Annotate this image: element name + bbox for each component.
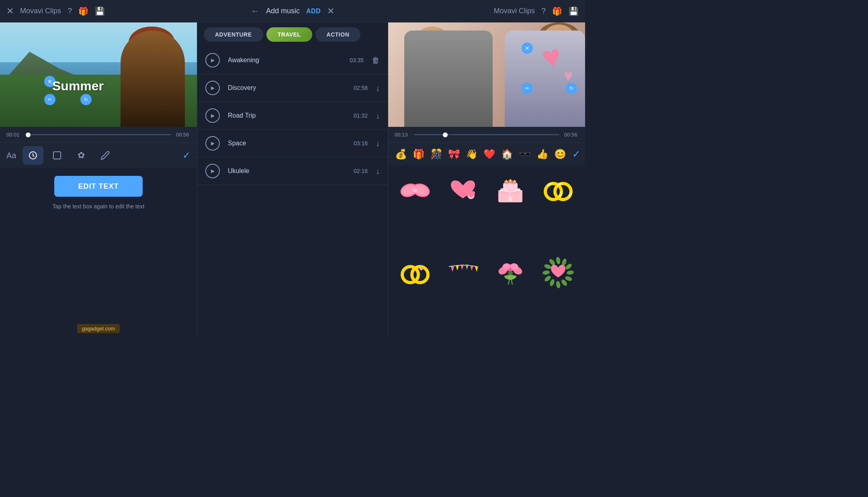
svg-marker-26	[456, 265, 459, 271]
tab-action[interactable]: ACTION	[315, 27, 361, 42]
tab-travel[interactable]: TRAVEL	[266, 27, 312, 42]
music-item[interactable]: ▶ Awakening 03:35 🗑	[197, 47, 388, 74]
track-duration-ukulele: 02:16	[354, 168, 368, 174]
sticker-heart-wreath[interactable]	[536, 253, 581, 293]
svg-rect-1	[53, 152, 61, 159]
play-button-roadtrip[interactable]: ▶	[205, 108, 220, 123]
timeline-bar-left: 00:01 00:56	[0, 127, 197, 143]
tab-adventure[interactable]: ADVENTURE	[204, 27, 263, 42]
track-duration-awakening: 03:35	[350, 57, 364, 63]
gift-icon-right[interactable]: 🎁	[552, 6, 562, 16]
sticker-cake[interactable]	[488, 170, 533, 210]
pencil-tool-btn[interactable]	[95, 146, 116, 165]
text-edit-handle[interactable]: ✏	[44, 94, 55, 105]
sticker-progress-dot[interactable]	[443, 132, 448, 137]
sticker-close-handle[interactable]: ✕	[522, 43, 533, 54]
svg-point-7	[413, 188, 418, 192]
save-icon-right[interactable]: 💾	[569, 6, 579, 16]
couple-scene: ♥ ♥	[388, 22, 585, 127]
back-button[interactable]: ←	[251, 6, 260, 16]
emoji-thumbs-up[interactable]: 👍	[534, 146, 551, 162]
progress-dot-left[interactable]	[26, 132, 31, 137]
play-button-space[interactable]: ▶	[205, 136, 220, 151]
music-item[interactable]: ▶ Road Trip 01:32 ↓	[197, 102, 388, 130]
svg-point-39	[555, 257, 561, 264]
play-button-discovery[interactable]: ▶	[205, 81, 220, 95]
close-button-center[interactable]: ✕	[327, 6, 334, 16]
text-overlay[interactable]: Summer	[52, 79, 104, 94]
sticker-rings-pink[interactable]	[393, 253, 438, 293]
color-tool-btn[interactable]: ✿	[71, 146, 92, 165]
emoji-heart[interactable]: ❤️	[481, 146, 497, 162]
track-name-roadtrip: Road Trip	[228, 112, 354, 119]
sticker-emoji-bar: 💰 🎁 🎊 🎀 👋 ❤️ 🏠 🕶️ 👍 😊 ✓	[388, 143, 585, 165]
download-icon-discovery[interactable]: ↓	[376, 84, 380, 93]
sticker-resize-handle[interactable]: ↻	[566, 83, 577, 94]
delete-icon-awakening[interactable]: 🗑	[372, 56, 380, 65]
emoji-sunglasses[interactable]: 🕶️	[517, 146, 533, 162]
download-icon-ukulele[interactable]: ↓	[376, 167, 380, 176]
edit-text-button[interactable]: EDIT TEXT	[54, 176, 143, 197]
svg-marker-28	[465, 265, 469, 270]
nav-center: ← Add music ADD ✕	[143, 6, 442, 16]
emoji-house[interactable]: 🏠	[499, 146, 515, 162]
sticker-check[interactable]: ✓	[572, 149, 580, 160]
frame-tool-btn[interactable]	[47, 146, 68, 165]
emoji-party[interactable]: 🎊	[428, 146, 444, 162]
sticker-bow[interactable]	[393, 170, 438, 210]
track-name-awakening: Awakening	[228, 57, 350, 64]
play-button-awakening[interactable]: ▶	[205, 53, 220, 67]
nav-right: Movavi Clips ? 🎁 💾	[442, 6, 579, 16]
emoji-money[interactable]: 💰	[393, 146, 409, 162]
svg-point-41	[565, 263, 573, 270]
music-item[interactable]: ▶ Space 03:16 ↓	[197, 130, 388, 157]
download-icon-roadtrip[interactable]: ↓	[376, 111, 380, 120]
sticker-bunting[interactable]	[441, 253, 485, 293]
svg-point-45	[555, 281, 561, 288]
emoji-hello[interactable]: 👋	[464, 146, 480, 162]
svg-point-46	[549, 279, 555, 287]
emoji-gift[interactable]: 🎁	[411, 146, 427, 162]
sticker-bouquet[interactable]	[488, 253, 533, 293]
sticker-rings-gold[interactable]	[536, 170, 581, 210]
gift-icon-left[interactable]: 🎁	[78, 6, 88, 16]
track-name-discovery: Discovery	[228, 84, 354, 92]
progress-track-left[interactable]	[26, 134, 171, 135]
download-icon-space[interactable]: ↓	[376, 139, 380, 148]
close-button-left[interactable]: ✕	[6, 6, 14, 16]
save-icon-left[interactable]: 💾	[95, 6, 105, 16]
sticker-preview: ♥ ♥ ✕ ✏ ↻	[388, 22, 585, 127]
clock-tool-btn[interactable]	[23, 146, 43, 165]
small-heart-overlay: ♥	[563, 67, 573, 85]
sticker-progress-track[interactable]	[414, 134, 559, 135]
emoji-bow[interactable]: 🎀	[446, 146, 462, 162]
svg-rect-11	[503, 183, 518, 190]
emoji-smiley[interactable]: 😊	[552, 146, 568, 162]
main-content: ✕ Summer ✏ ↻ 00:01 00:56 Aa	[0, 22, 585, 336]
help-icon-right[interactable]: ?	[541, 6, 546, 16]
help-icon-left[interactable]: ?	[68, 6, 72, 16]
time-end-left: 00:56	[176, 132, 190, 138]
toolbar-check-left[interactable]: ✓	[182, 150, 190, 161]
video-background	[0, 22, 197, 127]
svg-point-43	[565, 275, 573, 282]
music-item[interactable]: ▶ Discovery 02:58 ↓	[197, 74, 388, 102]
text-resize-handle[interactable]: ↻	[80, 94, 92, 105]
svg-marker-29	[470, 265, 473, 271]
time-start-left: 00:01	[6, 132, 21, 138]
svg-point-42	[566, 270, 574, 275]
svg-marker-27	[461, 265, 464, 270]
svg-marker-25	[451, 267, 454, 272]
add-button[interactable]: ADD	[306, 8, 321, 15]
top-navigation: ✕ Movavi Clips ? 🎁 💾 ← Add music ADD ✕ M…	[0, 0, 585, 22]
time-start-right: 00:13	[395, 132, 409, 138]
svg-rect-18	[509, 196, 512, 201]
sticker-edit-handle[interactable]: ✏	[522, 83, 533, 94]
time-end-right: 00:56	[564, 132, 579, 138]
edit-hint-text: Tap the text box again to edit the text	[53, 203, 145, 210]
track-name-space: Space	[228, 140, 354, 147]
play-button-ukulele[interactable]: ▶	[205, 164, 220, 178]
text-size-label[interactable]: Aa	[6, 151, 16, 160]
music-item[interactable]: ▶ Ukulele 02:16 ↓	[197, 157, 388, 185]
sticker-hearts[interactable]	[441, 170, 485, 210]
